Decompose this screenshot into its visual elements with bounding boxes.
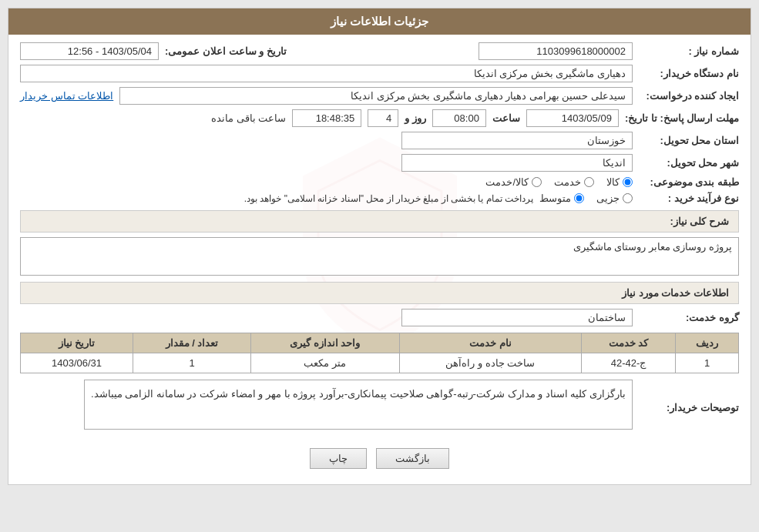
classification-both-radio[interactable]: [532, 177, 542, 187]
deadline-day-label: روز و: [405, 112, 426, 124]
city-label: شهر محل تحویل:: [639, 157, 739, 169]
creator-row: ایجاد کننده درخواست: سیدعلی حسین بهرامی …: [20, 87, 739, 105]
buyer-org-row: نام دستگاه خریدار: دهیاری ماشگیری بخش مر…: [20, 65, 739, 82]
process-motavasset-option[interactable]: متوسط: [539, 192, 584, 204]
buyer-description-row: توصیحات خریدار: بارگزاری کلیه اسناد و مد…: [20, 380, 739, 436]
service-info-header: اطلاعات خدمات مورد نیاز: [20, 282, 739, 304]
need-description-header: شرح کلی نیاز:: [20, 210, 739, 233]
process-row: نوع فرآیند خرید : جزیی متوسط پرداخت تمام…: [20, 192, 739, 204]
classification-row: طبقه بندی موضوعی: کالا خدمت کالا/خدمت: [20, 176, 739, 188]
process-motavasset-radio[interactable]: [574, 193, 584, 203]
col-header-code: کد خدمت: [581, 333, 675, 353]
col-header-qty: تعداد / مقدار: [133, 333, 251, 353]
process-motavasset-label: متوسط: [539, 192, 571, 204]
buyer-description-text: بارگزاری کلیه اسناد و مدارک شرکت-رتبه-گو…: [84, 380, 633, 430]
col-header-unit: واحد اندازه گیری: [250, 333, 399, 353]
col-header-row: ردیف: [676, 333, 739, 353]
announce-row: شماره نیاز : 1103099618000002 تاریخ و سا…: [20, 42, 739, 60]
province-label: استان محل تحویل:: [639, 135, 739, 146]
need-number-label: شماره نیاز :: [639, 45, 739, 57]
page-title: جزئیات اطلاعات نیاز: [8, 8, 751, 35]
cell-qty: 1: [133, 353, 251, 373]
province-value: خوزستان: [401, 132, 633, 149]
classification-both-option[interactable]: کالا/خدمت: [485, 176, 542, 188]
announce-value: 1403/05/04 - 12:56: [20, 42, 159, 60]
deadline-label: مهلت ارسال پاسخ: تا تاریخ:: [625, 112, 739, 124]
province-row: استان محل تحویل: خوزستان: [20, 132, 739, 149]
col-header-name: نام خدمت: [399, 333, 581, 353]
cell-name: ساخت جاده و راه‌آهن: [399, 353, 581, 373]
creator-label: ایجاد کننده درخواست:: [639, 90, 739, 102]
deadline-row: مهلت ارسال پاسخ: تا تاریخ: 1403/05/09 سا…: [20, 109, 739, 127]
buyer-org-value: دهیاری ماشگیری بخش مرکزی اندیکا: [20, 65, 633, 82]
cell-row: 1: [676, 353, 739, 373]
services-table-container: ردیف کد خدمت نام خدمت واحد اندازه گیری ت…: [20, 333, 739, 373]
back-button[interactable]: بازگشت: [376, 448, 449, 469]
deadline-time: 08:00: [432, 109, 486, 127]
need-description-text: پروژه روسازی معابر روستای ماشگیری: [20, 237, 739, 276]
creator-value: سیدعلی حسین بهرامی دهیار دهیاری ماشگیری …: [119, 87, 633, 105]
process-options: جزیی متوسط: [539, 192, 633, 204]
buyer-org-label: نام دستگاه خریدار:: [639, 68, 739, 79]
button-row: بازگشت چاپ: [20, 440, 739, 477]
process-note: پرداخت تمام یا بخشی از مبلغ خریدار از مح…: [244, 193, 533, 204]
classification-label: طبقه بندی موضوعی:: [639, 176, 739, 188]
print-button[interactable]: چاپ: [310, 448, 367, 469]
deadline-date: 1403/05/09: [526, 109, 619, 127]
classification-khedmat-option[interactable]: خدمت: [554, 176, 594, 188]
process-jozyi-option[interactable]: جزیی: [596, 192, 633, 204]
cell-date: 1403/06/31: [21, 353, 133, 373]
deadline-remaining: 18:48:35: [292, 109, 361, 127]
cell-code: ج-42-42: [581, 353, 675, 373]
buyer-description-label: توصیحات خریدار:: [639, 402, 739, 413]
process-jozyi-label: جزیی: [596, 192, 620, 204]
classification-khedmat-label: خدمت: [554, 176, 581, 188]
classification-kala-radio[interactable]: [623, 177, 633, 187]
process-label: نوع فرآیند خرید :: [639, 192, 739, 204]
service-group-row: گروه خدمت: ساختمان: [20, 309, 739, 326]
col-header-date: تاریخ نیاز: [21, 333, 133, 353]
service-group-value: ساختمان: [401, 309, 633, 326]
process-jozyi-radio[interactable]: [623, 193, 633, 203]
cell-unit: متر مکعب: [250, 353, 399, 373]
classification-khedmat-radio[interactable]: [584, 177, 594, 187]
need-description-row: پروژه روسازی معابر روستای ماشگیری: [20, 237, 739, 276]
city-row: شهر محل تحویل: اندیکا: [20, 154, 739, 172]
services-table: ردیف کد خدمت نام خدمت واحد اندازه گیری ت…: [20, 333, 739, 373]
deadline-remaining-label: ساعت باقی مانده: [211, 112, 286, 124]
table-row: 1 ج-42-42 ساخت جاده و راه‌آهن متر مکعب 1…: [21, 353, 739, 373]
classification-kala-option[interactable]: کالا: [606, 176, 633, 188]
city-value: اندیکا: [401, 154, 633, 172]
classification-both-label: کالا/خدمت: [485, 176, 529, 188]
classification-options: کالا خدمت کالا/خدمت: [485, 176, 633, 188]
need-number-value: 1103099618000002: [479, 42, 633, 60]
classification-kala-label: کالا: [606, 176, 620, 188]
announce-label: تاریخ و ساعت اعلان عمومی:: [165, 45, 287, 57]
deadline-time-label: ساعت: [492, 112, 520, 124]
service-group-label: گروه خدمت:: [639, 312, 739, 323]
contact-link[interactable]: اطلاعات تماس خریدار: [20, 90, 113, 102]
deadline-days: 4: [368, 109, 398, 127]
